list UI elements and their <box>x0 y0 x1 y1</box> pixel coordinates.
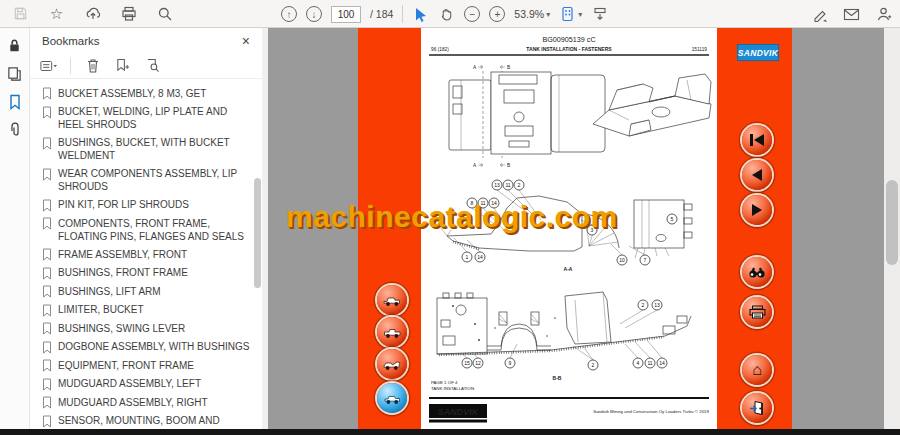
home-button[interactable]: ⌂ <box>742 355 772 385</box>
zoom-level-dropdown[interactable]: 53.9% ▾ <box>514 8 550 20</box>
toolbar-center-group: ↑ ↓ 100 / 184 − + 53.9% ▾ ▾ <box>281 0 608 28</box>
print-icon[interactable] <box>120 5 137 22</box>
printer-icon <box>749 305 766 319</box>
bookmark-item[interactable]: LIMITER, BUCKET <box>42 301 256 320</box>
bookmark-item[interactable]: EQUIPMENT, FRONT FRAME <box>42 356 256 375</box>
arrow-left-icon <box>752 169 762 181</box>
bookmarks-title: Bookmarks <box>42 35 100 47</box>
svg-text:B: B <box>507 163 510 168</box>
share-upload-icon[interactable] <box>84 5 101 22</box>
previous-page-button[interactable] <box>742 160 772 190</box>
equipment-category-4-button[interactable] <box>377 383 407 413</box>
bookmark-label: LIMITER, BUCKET <box>58 303 254 316</box>
bookmarks-toolbar <box>30 53 262 79</box>
svg-text:2: 2 <box>642 302 645 308</box>
pages-panel-icon[interactable] <box>6 65 23 82</box>
bookmark-label: DOGBONE ASSEMBLY, WITH BUSHINGS <box>58 340 254 353</box>
toolbar-divider <box>402 5 403 23</box>
navigation-rail <box>0 28 30 429</box>
star-icon[interactable]: ☆ <box>48 5 65 22</box>
svg-text:5: 5 <box>671 216 674 222</box>
equipment-category-3-button[interactable] <box>377 349 407 379</box>
document-scrollbar[interactable] <box>884 28 900 429</box>
bookmark-item[interactable]: SENSOR, MOUNTING, BOOM AND MIDDLE HINGE <box>42 412 256 428</box>
toolbar-divider <box>70 58 71 74</box>
fill-sign-pen-icon[interactable] <box>811 6 828 23</box>
zoom-level-label: 53.9% <box>514 8 544 20</box>
scrollbar-thumb[interactable] <box>254 178 261 288</box>
svg-text:11: 11 <box>505 182 510 188</box>
add-bookmark-icon[interactable] <box>114 57 131 74</box>
bookmark-label: MUDGUARD ASSEMBLY, LEFT <box>58 377 254 390</box>
close-icon[interactable]: × <box>242 33 250 49</box>
scrollbar-thumb[interactable] <box>886 180 898 265</box>
page-display-mode-dropdown[interactable]: ▾ <box>559 6 582 23</box>
next-page-button[interactable] <box>742 195 772 225</box>
page-number-input[interactable]: 100 <box>331 6 361 23</box>
bookmark-item[interactable]: BUCKET, WELDING, LIP PLATE AND HEEL SHRO… <box>42 103 256 134</box>
exit-door-icon <box>749 400 765 416</box>
collapse-toolbar-icon[interactable] <box>591 6 608 23</box>
bookmark-item[interactable]: PIN KIT, FOR LIP SHROUDS <box>42 196 256 215</box>
toolbar-right-group <box>811 0 892 28</box>
search-bookmark-icon[interactable] <box>144 57 161 74</box>
search-icon[interactable] <box>156 5 173 22</box>
bookmark-item[interactable]: WEAR COMPONENTS ASSEMBLY, LIP SHROUDS <box>42 165 256 196</box>
bookmark-item[interactable]: BUCKET ASSEMBLY, 8 M3, GET <box>42 84 256 103</box>
equipment-category-1-button[interactable] <box>377 285 407 315</box>
sandvik-footer-logo: SANDVIK <box>429 404 487 423</box>
delete-bookmark-trash-icon[interactable] <box>84 57 101 74</box>
bookmark-icon <box>42 396 52 409</box>
first-page-button[interactable] <box>742 125 772 155</box>
page-down-button[interactable]: ↓ <box>306 6 322 22</box>
bookmark-options-icon[interactable] <box>40 57 57 74</box>
lock-icon[interactable] <box>6 37 23 54</box>
email-icon[interactable] <box>843 6 860 23</box>
exit-button[interactable] <box>742 393 772 423</box>
bookmark-icon <box>42 168 52 181</box>
search-document-button[interactable] <box>742 257 772 287</box>
bookmark-item[interactable]: BUSHINGS, BUCKET, WITH BUCKET WELDMENT <box>42 134 256 165</box>
sandvik-logo: SANDVIK <box>737 44 779 61</box>
page-up-button[interactable]: ↑ <box>281 6 297 22</box>
footer-doc-name: TANK INSTALLATION <box>431 386 474 391</box>
bookmark-item[interactable]: FRAME ASSEMBLY, FRONT <box>42 245 256 264</box>
truck-icon <box>383 326 402 339</box>
bookmark-label: BUCKET ASSEMBLY, 8 M3, GET <box>58 87 254 100</box>
bookmarks-scrollbar[interactable] <box>254 83 261 423</box>
save-icon[interactable] <box>12 5 29 22</box>
diagram-isometric <box>593 74 711 136</box>
bookmark-icon <box>42 106 52 119</box>
attachments-panel-icon[interactable] <box>6 121 23 138</box>
print-document-button[interactable] <box>742 297 772 327</box>
bookmarks-panel-icon[interactable] <box>6 93 23 110</box>
hand-tool-icon[interactable] <box>438 6 455 23</box>
bookmark-item[interactable]: COMPONENTS, FRONT FRAME, FLOATING PINS, … <box>42 214 256 245</box>
bookmark-item[interactable]: BUSHINGS, SWING LEVER <box>42 319 256 338</box>
zoom-out-button[interactable]: − <box>464 6 480 22</box>
doc-number: BG00905139 cC <box>542 35 595 44</box>
svg-text:B-B: B-B <box>553 375 562 381</box>
bottom-bar <box>0 429 900 435</box>
date-code: 151119 <box>692 47 708 52</box>
watermark: machinecatalogic.com <box>286 200 618 234</box>
bookmark-item[interactable]: BUSHINGS, LIFT ARM <box>42 282 256 301</box>
select-cursor-icon[interactable] <box>412 6 429 23</box>
svg-text:4: 4 <box>637 360 640 366</box>
page-count-label: / 184 <box>370 8 393 20</box>
bookmark-icon <box>42 217 52 230</box>
bookmark-item[interactable]: BUSHINGS, FRONT FRAME <box>42 264 256 283</box>
bookmark-icon <box>42 87 52 100</box>
bookmark-item[interactable]: MUDGUARD ASSEMBLY, RIGHT <box>42 393 256 412</box>
bookmark-item[interactable]: DOGBONE ASSEMBLY, WITH BUSHINGS <box>42 338 256 357</box>
bookmark-label: WEAR COMPONENTS ASSEMBLY, LIP SHROUDS <box>58 167 254 193</box>
bookmark-label: BUSHINGS, BUCKET, WITH BUCKET WELDMENT <box>58 136 254 162</box>
user-account-icon[interactable] <box>875 6 892 23</box>
equipment-category-2-button[interactable] <box>377 317 407 347</box>
bookmarks-header: Bookmarks × <box>30 28 262 53</box>
panel-splitter[interactable] <box>262 28 268 429</box>
bookmark-item[interactable]: MUDGUARD ASSEMBLY, LEFT <box>42 375 256 394</box>
svg-text:SANDVIK: SANDVIK <box>438 407 480 417</box>
zoom-in-button[interactable]: + <box>489 6 505 22</box>
svg-text:1: 1 <box>466 254 469 260</box>
